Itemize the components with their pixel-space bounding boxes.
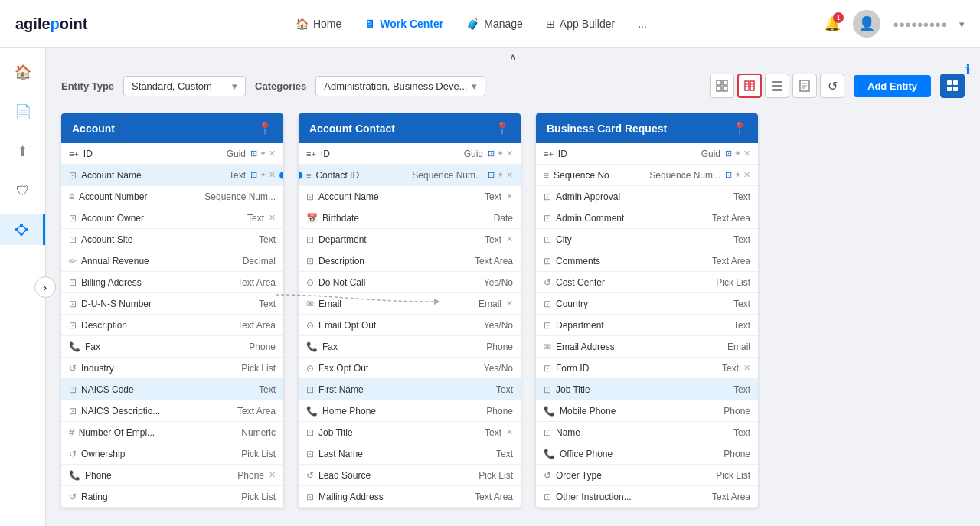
bizcard-field-email: ✉ Email Address Email [536,336,758,358]
refresh-button[interactable]: ↺ [820,74,844,98]
svg-line-5 [21,225,27,230]
network-icon [14,222,29,237]
field-id-icon: ≡+ [69,149,79,158]
bizcard-field-cost-center: ↺ Cost Center Pick List [536,272,758,293]
nav-manage-label: Manage [484,18,523,30]
collapse-bar[interactable]: ∧ [46,48,980,66]
contact-field-lead-source: ↺ Lead Source Pick List [299,465,521,486]
entity-type-label: Entity Type [61,80,114,92]
notification-bell[interactable]: 🔔 1 [824,15,841,32]
categories-select[interactable]: Administration, Business Deve... ▾ [315,76,485,96]
svg-rect-20 [772,89,782,91]
bizcard-location-icon: 📍 [732,121,747,136]
contact-field-department: ⊡ Department Text ✕ [299,229,521,250]
relation-dot-right [279,172,283,179]
username-text: ●●●●●●●●● [893,18,947,30]
account-field-naics-desc: ⊡ NAICS Descriptio... Text Area [61,400,283,422]
user-dropdown-chevron[interactable]: ▾ [959,18,965,30]
diagram-canvas: Account 📍 ≡+ ID Guid ⊡ ✦ ✕ [61,113,965,508]
bizcard-field-form-id: ⊡ Form ID Text ✕ [536,358,758,379]
nav-workcenter[interactable]: 🖥 Work Center [364,18,443,30]
nav-links: 🏠 Home 🖥 Work Center 🧳 Manage ⊞ App Buil… [118,18,824,30]
svg-rect-10 [717,87,721,91]
view3-svg [771,80,783,92]
view1-svg [716,80,728,92]
account-field-phone: 📞 Phone Phone ✕ [61,465,283,486]
bizcard-field-office-phone: 📞 Office Phone Phone [536,443,758,465]
sidebar-network[interactable] [0,214,45,245]
bizcard-field-city: ⊡ City Text [536,229,758,250]
bizcard-field-order-type: ↺ Order Type Pick List [536,465,758,486]
account-field-rating: ↺ Rating Pick List [61,486,283,508]
add-entity-button[interactable]: Add Entity [854,75,931,97]
workcenter-icon: 🖥 [364,18,375,30]
categories-value: Administration, Business Deve... [324,80,467,92]
account-field-description: ⊡ Description Text Area [61,315,283,336]
view-icon-3[interactable] [765,74,789,98]
account-field-account-name: 🔍 ⊡ Account Name Text ⊡ ✦ ✕ [61,165,283,186]
contact-field-description: ⊡ Description Text Area [299,250,521,272]
contact-location-icon: 📍 [495,121,510,136]
view-icon-2[interactable] [737,74,762,98]
home-icon: 🏠 [296,18,309,30]
diagram-area: Account 📍 ≡+ ID Guid ⊡ ✦ ✕ [46,106,980,526]
location-pin-icon: 📍 [257,121,273,136]
bizcard-field-seq-no: ≡ Sequence No Sequence Num... ⊡ ✦ ✕ [536,165,758,186]
sidebar-expand-button[interactable]: › [34,276,56,298]
account-field-number: ≡ Account Number Sequence Num... [61,186,283,207]
left-sidebar: 🏠 📄 ⬆ 🛡 › [0,48,46,526]
contact-field-mailing: ⊡ Mailing Address Text Area [299,486,521,508]
account-field-naics: ⊡ NAICS Code Text [61,379,283,400]
svg-line-4 [16,225,21,230]
contact-field-job-title: ⊡ Job Title Text ✕ [299,422,521,443]
bizcard-field-mobile-phone: 📞 Mobile Phone Phone [536,400,758,422]
view-icon-1[interactable] [710,74,734,98]
contact-field-fax-opt: ⊙ Fax Opt Out Yes/No [299,358,521,379]
contact-field-id: ≡+ ID Guid ⊡ ✦ ✕ [299,143,521,165]
entity-account-title: Account [72,123,115,135]
svg-rect-12 [745,81,749,90]
nav-more-label: ... [638,18,647,30]
contact-field-contact-id: ≡ 🔍 Contact ID Sequence Num... ⊡ ✦ ✕ [299,165,521,186]
sidebar-shield[interactable]: 🛡 [0,175,45,207]
account-field-billing: ⊡ Billing Address Text Area [61,272,283,293]
nav-appbuilder[interactable]: ⊞ App Builder [546,18,615,30]
sidebar-home[interactable]: 🏠 [0,56,45,88]
contact-field-last-name: ⊡ Last Name Text [299,443,521,465]
sidebar-upload[interactable]: ⬆ [0,136,45,168]
user-avatar[interactable]: 👤 [853,10,880,38]
nav-more[interactable]: ... [638,18,647,30]
info-icon[interactable]: ℹ [965,61,971,78]
main-layout: 🏠 📄 ⬆ 🛡 › ∧ ℹ Entity Type [0,48,980,526]
entity-account-header: Account 📍 [61,113,283,143]
sidebar-doc[interactable]: 📄 [0,96,45,128]
account-field-duns: ⊡ D-U-N-S Number Text [61,293,283,315]
nav-home-label: Home [313,18,341,30]
field-text-icon: ⊡ [69,170,77,181]
grid-view-button[interactable] [940,74,965,98]
svg-rect-25 [947,80,952,85]
nav-home[interactable]: 🏠 Home [296,18,341,30]
categories-label: Categories [255,80,306,92]
bizcard-field-other-instruction: ⊡ Other Instruction... Text Area [536,486,758,508]
svg-rect-28 [953,87,958,91]
content-area: ∧ ℹ Entity Type Standard, Custom ▾ Categ… [46,48,980,526]
entity-type-select[interactable]: Standard, Custom ▾ [123,76,246,96]
svg-rect-9 [723,80,727,85]
bizcard-field-comments: ⊡ Comments Text Area [536,250,758,272]
svg-rect-26 [953,80,958,85]
entity-type-value: Standard, Custom [132,80,212,92]
bizcard-field-id: ≡+ ID Guid ⊡ ✦ ✕ [536,143,758,165]
svg-rect-8 [717,80,721,85]
contact-field-fax: 📞 Fax Phone [299,336,521,358]
bizcard-field-country: ⊡ Country Text [536,293,758,315]
nav-manage[interactable]: 🧳 Manage [466,18,523,30]
entity-type-chevron: ▾ [232,80,237,92]
account-field-owner: ⊡ Account Owner Text ✕ [61,207,283,229]
account-field-site: ⊡ Account Site Text [61,229,283,250]
entity-bizcard-header: Business Card Request 📍 [536,113,758,143]
view4-svg [799,80,811,92]
svg-rect-11 [723,87,727,91]
nav-workcenter-label: Work Center [380,18,443,30]
view-icon-4[interactable] [792,74,817,98]
